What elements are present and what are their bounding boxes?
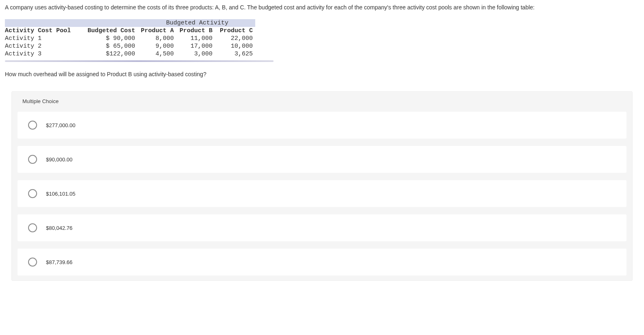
radio-icon[interactable] [28,258,37,267]
table-row: Activity 1 $ 90,000 8,000 11,000 22,000 [5,35,255,42]
data-table: Budgeted Activity Activity Cost Pool Bud… [5,19,639,62]
table-header-product-c: Product C [217,27,255,35]
cell-c: 3,625 [217,50,255,58]
cell-a: 8,000 [139,35,178,42]
radio-icon[interactable] [28,189,37,198]
table-divider [5,60,274,62]
multiple-choice-block: Multiple Choice $277,000.00 $90,000.00 $… [11,91,633,281]
mc-option-label: $87,739.66 [46,259,72,265]
cell-c: 10,000 [217,42,255,50]
table-header-pool: Activity Cost Pool [5,27,86,35]
question-intro: A company uses activity-based costing to… [5,3,639,12]
mc-option[interactable]: $80,042.76 [18,214,626,241]
cell-cost: $ 90,000 [86,35,139,42]
table-row: Activity 2 $ 65,000 9,000 17,000 10,000 [5,42,255,50]
question-followup: How much overhead will be assigned to Pr… [5,71,639,77]
cell-cost: $122,000 [86,50,139,58]
radio-icon[interactable] [28,121,37,130]
table-header-cost: Budgeted Cost [86,27,139,35]
cell-a: 4,500 [139,50,178,58]
radio-icon[interactable] [28,155,37,164]
cell-pool: Activity 3 [5,50,86,58]
mc-heading: Multiple Choice [12,98,632,112]
table-row: Activity 3 $122,000 4,500 3,000 3,625 [5,50,255,58]
table-header-product-b: Product B [178,27,217,35]
table-header-product-a: Product A [139,27,178,35]
cell-b: 17,000 [178,42,217,50]
cell-b: 3,000 [178,50,217,58]
mc-option-label: $106,101.05 [46,191,75,197]
cell-pool: Activity 1 [5,35,86,42]
mc-option[interactable]: $87,739.66 [18,249,626,275]
radio-icon[interactable] [28,223,37,232]
cell-pool: Activity 2 [5,42,86,50]
cell-b: 11,000 [178,35,217,42]
mc-option[interactable]: $90,000.00 [18,146,626,173]
mc-option[interactable]: $106,101.05 [18,180,626,207]
cell-a: 9,000 [139,42,178,50]
mc-option-label: $80,042.76 [46,225,72,231]
cell-c: 22,000 [217,35,255,42]
table-super-header: Budgeted Activity [139,19,255,27]
mc-option-label: $277,000.00 [46,122,75,128]
cell-cost: $ 65,000 [86,42,139,50]
mc-option-label: $90,000.00 [46,156,72,163]
mc-option[interactable]: $277,000.00 [18,112,626,139]
